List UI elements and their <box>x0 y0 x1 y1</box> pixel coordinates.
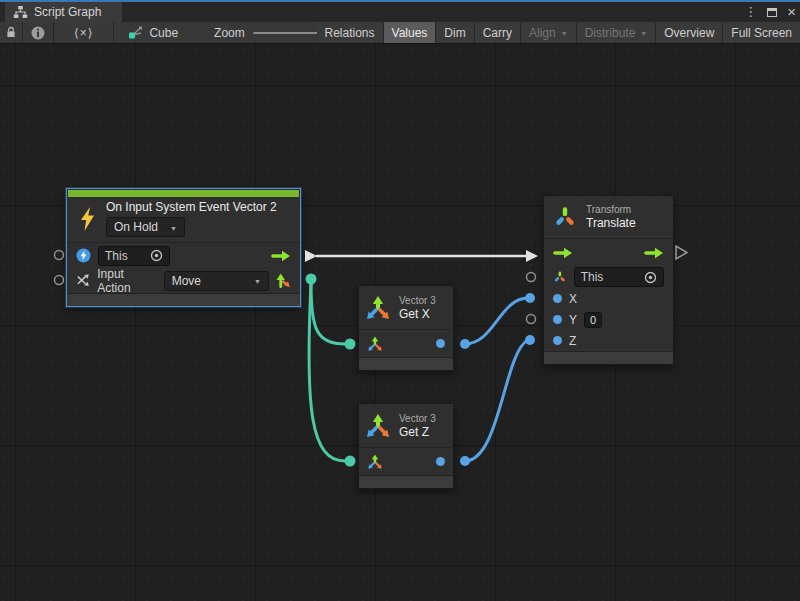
port-label-x: X <box>569 292 577 306</box>
code-preview-button[interactable]: ⟨×⟩ <box>54 22 113 43</box>
input-action-dropdown[interactable]: Move ▼ <box>164 271 269 291</box>
carry-button[interactable]: Carry <box>475 22 520 43</box>
node-title: Get X <box>399 307 436 321</box>
vector3-mini-icon <box>367 454 383 470</box>
lock-icon <box>6 26 16 39</box>
node-footer <box>359 357 453 370</box>
node-transform-translate[interactable]: Transform Translate This <box>543 195 674 365</box>
tab-bar: Script Graph ⋮ × <box>0 2 800 22</box>
node-category: Transform <box>586 204 636 215</box>
node-category: Vector 3 <box>399 295 436 306</box>
window-menu-icon[interactable]: ⋮ <box>744 2 757 22</box>
node-footer <box>544 351 673 364</box>
transform-icon <box>553 205 577 229</box>
z-input-port[interactable] <box>553 336 562 345</box>
port-label-z: Z <box>569 334 576 348</box>
values-button[interactable]: Values <box>384 22 436 43</box>
port-label-y: Y <box>569 313 577 327</box>
lock-button[interactable] <box>0 22 22 43</box>
value-output-port[interactable] <box>436 339 445 348</box>
y-value-field[interactable]: 0 <box>584 312 602 328</box>
value-output-port[interactable] <box>436 457 445 466</box>
caret-down-icon: ▼ <box>254 278 261 285</box>
node-title: On Input System Event Vector 2 <box>106 200 277 214</box>
graph-breadcrumb[interactable]: Cube <box>114 22 188 43</box>
script-graph-asset-icon <box>128 25 143 40</box>
distribute-dropdown-button[interactable]: Distribute ▼ <box>577 22 656 43</box>
tab-script-graph[interactable]: Script Graph <box>5 2 122 22</box>
vector2-output-icon <box>276 272 291 289</box>
close-icon[interactable]: × <box>787 2 796 22</box>
caret-down-icon: ▼ <box>640 30 647 37</box>
input-action-label: Input Action <box>97 267 156 295</box>
target-icon[interactable] <box>150 249 163 262</box>
node-get-z[interactable]: Vector 3 Get Z <box>358 403 454 489</box>
input-action-icon <box>76 273 90 288</box>
control-output-arrow-icon <box>644 247 664 259</box>
tab-label: Script Graph <box>34 5 101 19</box>
overview-button[interactable]: Overview <box>656 22 722 43</box>
relations-button[interactable]: Relations <box>317 22 383 43</box>
input-system-icon <box>76 248 91 263</box>
dim-button[interactable]: Dim <box>436 22 473 43</box>
control-input-arrow-icon <box>553 247 573 259</box>
maximize-icon[interactable] <box>767 8 777 17</box>
event-node-accent-bar <box>68 190 299 197</box>
code-icon: ⟨×⟩ <box>60 26 107 40</box>
lightning-bolt-icon <box>79 206 96 232</box>
node-category: Vector 3 <box>399 413 436 424</box>
node-on-input-system-event[interactable]: On Input System Event Vector 2 On Hold ▼… <box>66 188 301 307</box>
vector3-icon <box>365 295 391 321</box>
script-graph-window: Script Graph ⋮ × <box>0 0 800 601</box>
info-button[interactable] <box>23 22 53 43</box>
control-output-arrow-icon <box>271 250 291 262</box>
event-target-field[interactable]: This <box>98 246 170 266</box>
node-get-x[interactable]: Vector 3 Get X <box>358 285 454 371</box>
align-dropdown-button[interactable]: Align ▼ <box>521 22 576 43</box>
target-icon[interactable] <box>644 271 657 284</box>
graph-toolbar: ⟨×⟩ Cube Zoom 1x Relations Value <box>0 22 800 44</box>
info-icon <box>31 26 45 40</box>
node-title: Translate <box>586 216 636 230</box>
graph-hierarchy-icon <box>13 5 28 19</box>
node-title: Get Z <box>399 425 436 439</box>
caret-down-icon: ▼ <box>561 30 568 37</box>
full-screen-button[interactable]: Full Screen <box>723 22 800 43</box>
translate-target-field[interactable]: This <box>574 267 664 287</box>
transform-mini-icon <box>553 270 567 284</box>
y-input-port[interactable] <box>553 315 562 324</box>
vector3-icon <box>365 413 391 439</box>
event-mode-dropdown[interactable]: On Hold ▼ <box>106 217 185 237</box>
breadcrumb-graph-name: Cube <box>149 26 178 40</box>
node-footer <box>359 475 453 488</box>
vector3-mini-icon <box>367 336 383 352</box>
node-footer <box>67 293 300 306</box>
x-input-port[interactable] <box>553 294 562 303</box>
zoom-label: Zoom <box>214 26 245 40</box>
caret-down-icon: ▼ <box>170 225 177 232</box>
